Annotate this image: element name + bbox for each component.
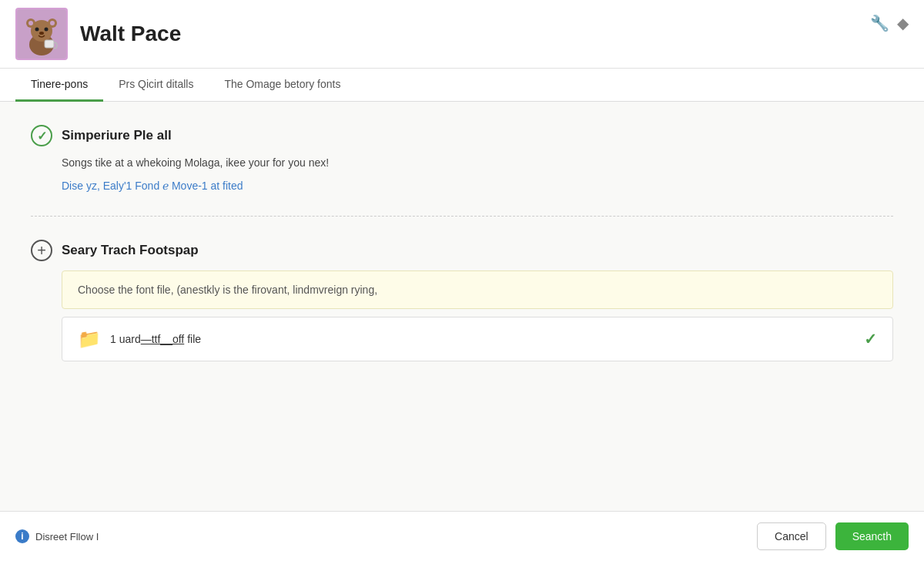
tabs-bar: Tinere-pons Prs Qicirt ditalls The Omage… (0, 69, 924, 102)
page-container: Walt Pace 🔧 ◆ Tinere-pons Prs Qicirt dit… (0, 0, 924, 561)
file-item-left: 📁 1 uard—ttf__off file (78, 328, 201, 350)
section2-title: Seary Trach Footspap (62, 243, 199, 258)
main-content: ✓ Simperiure Ple all Songs tike at a whe… (0, 102, 924, 511)
cancel-button[interactable]: Cancel (757, 522, 826, 550)
section2-header: + Seary Trach Footspap (31, 240, 893, 261)
section1-link[interactable]: Dise yz, Ealy'1 Fond ℯ Move-1 at fited (62, 180, 243, 192)
info-icon: i (15, 529, 29, 543)
folder-icon: 📁 (78, 328, 101, 350)
plus-icon: + (31, 240, 52, 261)
tab-prs-qicirt[interactable]: Prs Qicirt ditalls (103, 69, 209, 102)
check-icon: ✓ (31, 125, 52, 146)
svg-point-8 (45, 28, 49, 32)
section1-description: Songs tike at a whekoing Molaga, ikee yo… (62, 154, 893, 171)
file-check-icon: ✓ (864, 330, 877, 348)
footer-info-text: Disreet Fllow I (35, 531, 99, 543)
submit-button[interactable]: Seancth (835, 522, 909, 550)
footer: i Disreet Fllow I Cancel Seancth (0, 511, 924, 561)
section-simperiure: ✓ Simperiure Ple all Songs tike at a whe… (31, 125, 893, 217)
header-icons: 🔧 ◆ (870, 14, 909, 32)
section1-title: Simperiure Ple all (62, 128, 172, 143)
tab-omage-betory[interactable]: The Omage betory fonts (209, 69, 356, 102)
page-title: Walt Pace (80, 22, 181, 46)
settings-icon[interactable]: 🔧 (870, 14, 889, 32)
file-item-name: 1 uard—ttf__off file (110, 333, 201, 345)
svg-point-7 (35, 28, 39, 32)
tab-tinere-pons[interactable]: Tinere-pons (15, 69, 103, 102)
svg-point-9 (39, 32, 44, 35)
section1-header: ✓ Simperiure Ple all (31, 125, 893, 146)
svg-rect-10 (45, 40, 54, 48)
svg-point-5 (28, 21, 33, 25)
diamond-icon[interactable]: ◆ (897, 14, 909, 32)
svg-point-6 (50, 21, 55, 25)
footer-buttons: Cancel Seancth (757, 522, 909, 550)
header: Walt Pace 🔧 ◆ (0, 0, 924, 69)
section-seary-trach: + Seary Trach Footspap Choose the font f… (31, 240, 893, 385)
avatar (15, 8, 68, 60)
footer-info: i Disreet Fllow I (15, 529, 99, 543)
file-item: 📁 1 uard—ttf__off file ✓ (62, 317, 893, 361)
file-input-placeholder[interactable]: Choose the font file, (anestkly is the f… (62, 270, 893, 309)
